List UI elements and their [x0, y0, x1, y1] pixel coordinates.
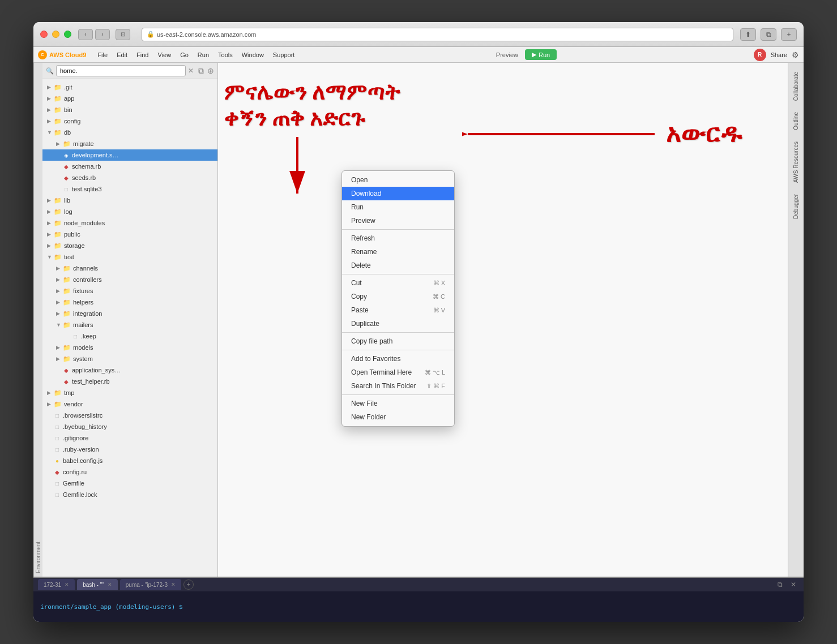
context-menu[interactable]: Open Download Run Preview Refresh Rename [341, 170, 455, 427]
ctx-rename[interactable]: Rename [342, 245, 454, 259]
item-label: Gemfile [63, 480, 84, 487]
tree-item-gemfile[interactable]: □ Gemfile [42, 478, 217, 489]
run-button[interactable]: ▶ Run [525, 49, 557, 60]
tree-item-fixtures[interactable]: ▶ 📁 fixtures [42, 285, 217, 297]
url-bar[interactable]: 🔒 us-east-2.console.aws.amazon.com [142, 28, 733, 41]
close-button[interactable] [40, 31, 48, 38]
tree-item-schema[interactable]: ◆ schema.rb [42, 161, 217, 172]
terminal-tab-bash[interactable]: bash - "" ✕ [77, 579, 118, 590]
terminal-tab-172-31[interactable]: 172-31 ✕ [38, 579, 75, 590]
ruby-file-icon: ◆ [63, 164, 70, 170]
search-input[interactable] [56, 65, 186, 76]
tree-item-vendor[interactable]: ▶ 📁 vendor [42, 398, 217, 410]
menu-edit[interactable]: Edit [112, 50, 132, 59]
menu-go[interactable]: Go [176, 50, 193, 59]
menu-support[interactable]: Support [268, 50, 300, 59]
tree-item-integration[interactable]: ▶ 📁 integration [42, 308, 217, 319]
fullscreen-button[interactable]: ⧉ [761, 28, 776, 41]
ctx-paste[interactable]: Paste ⌘ V [342, 303, 454, 317]
tree-item-keep[interactable]: □ .keep [42, 330, 217, 342]
tree-item-node-modules[interactable]: ▶ 📁 node_modules [42, 217, 217, 229]
share-icon-button[interactable]: ⬆ [740, 28, 756, 41]
minimize-button[interactable] [52, 31, 59, 38]
ctx-preview[interactable]: Preview [342, 214, 454, 227]
tree-item-channels[interactable]: ▶ 📁 channels [42, 263, 217, 274]
tree-item-controllers[interactable]: ▶ 📁 controllers [42, 274, 217, 285]
window-mode-button[interactable]: ⊡ [116, 29, 130, 40]
tree-item-test-sqlite[interactable]: □ test.sqlite3 [42, 183, 217, 195]
tab-close-icon[interactable]: ✕ [171, 582, 176, 587]
preview-button[interactable]: Preview [496, 51, 518, 58]
folder-icon: 📁 [54, 84, 62, 91]
terminal-close-icon[interactable]: ✕ [788, 579, 799, 590]
tree-item-public[interactable]: ▶ 📁 public [42, 229, 217, 240]
tree-item-application-sys[interactable]: ◆ application_sys… [42, 364, 217, 376]
tree-item-app[interactable]: ▶ 📁 app [42, 93, 217, 104]
tree-item-development-sqlite[interactable]: ◈ development.s… [42, 149, 217, 161]
terminal-expand-icon[interactable]: ⧉ [774, 579, 785, 590]
tree-item-lib[interactable]: ▶ 📁 lib [42, 195, 217, 206]
maximize-button[interactable] [64, 31, 71, 38]
tree-item-test[interactable]: ▼ 📁 test [42, 251, 217, 263]
tab-close-icon[interactable]: ✕ [65, 582, 69, 587]
menu-find[interactable]: Find [132, 50, 153, 59]
tree-item-system[interactable]: ▶ 📁 system [42, 353, 217, 364]
tree-item-gitignore[interactable]: □ .gitignore [42, 432, 217, 444]
ctx-copy-file-path-label: Copy file path [351, 337, 392, 345]
menu-tools[interactable]: Tools [213, 50, 237, 59]
tree-item-seeds[interactable]: ◆ seeds.rb [42, 172, 217, 183]
tree-item-git[interactable]: ▶ 📁 .git [42, 81, 217, 93]
tree-item-browserslistrc[interactable]: □ .browserslistrc [42, 410, 217, 421]
sidebar-tab-debugger[interactable]: Debugger [792, 190, 800, 224]
tree-item-log[interactable]: ▶ 📁 log [42, 206, 217, 217]
tree-item-test-helper[interactable]: ◆ test_helper.rb [42, 376, 217, 387]
tree-item-babel-config[interactable]: ● babel.config.js [42, 455, 217, 466]
sidebar-tab-collaborate[interactable]: Collaborate [792, 67, 800, 105]
menu-window[interactable]: Window [237, 50, 268, 59]
terminal-tabs: 172-31 ✕ bash - "" ✕ puma - "ip-172-3 ✕ … [33, 578, 804, 591]
tree-item-migrate[interactable]: ▶ 📁 migrate [42, 138, 217, 149]
new-terminal-button[interactable]: + [183, 579, 194, 590]
add-tab-icon[interactable]: ⊕ [207, 66, 214, 75]
ctx-run[interactable]: Run [342, 200, 454, 214]
sidebar-tab-aws-resources[interactable]: AWS Resources [792, 137, 800, 187]
ctx-copy-file-path[interactable]: Copy file path [342, 334, 454, 348]
terminal-tab-puma[interactable]: puma - "ip-172-3 ✕ [120, 579, 181, 590]
tree-item-storage[interactable]: ▶ 📁 storage [42, 240, 217, 251]
sidebar-tab-outline[interactable]: Outline [792, 108, 800, 135]
tab-close-icon[interactable]: ✕ [108, 582, 112, 587]
ctx-search-folder[interactable]: Search In This Folder ⇧ ⌘ F [342, 379, 454, 393]
back-button[interactable]: ‹ [78, 29, 93, 40]
ctx-duplicate[interactable]: Duplicate [342, 317, 454, 330]
clear-search-icon[interactable]: ✕ [188, 67, 194, 75]
tree-item-config-ru[interactable]: ◆ config.ru [42, 466, 217, 478]
copy-tab-icon[interactable]: ⧉ [198, 66, 204, 76]
ctx-copy[interactable]: Copy ⌘ C [342, 290, 454, 303]
share-label[interactable]: Share [771, 51, 787, 58]
ctx-open[interactable]: Open [342, 173, 454, 187]
ctx-delete[interactable]: Delete [342, 259, 454, 272]
tree-item-db[interactable]: ▼ 📁 db [42, 127, 217, 138]
ctx-refresh[interactable]: Refresh [342, 231, 454, 245]
menu-file[interactable]: File [93, 50, 112, 59]
tree-item-gemfile-lock[interactable]: □ Gemfile.lock [42, 489, 217, 500]
ctx-download[interactable]: Download [342, 187, 454, 200]
tree-item-helpers[interactable]: ▶ 📁 helpers [42, 297, 217, 308]
ctx-add-favorites[interactable]: Add to Favorites [342, 352, 454, 366]
settings-icon[interactable]: ⚙ [792, 50, 799, 59]
forward-button[interactable]: › [95, 29, 110, 40]
menu-run[interactable]: Run [193, 50, 213, 59]
tree-item-ruby-version[interactable]: □ .ruby-version [42, 444, 217, 455]
ctx-open-terminal[interactable]: Open Terminal Here ⌘ ⌥ L [342, 366, 454, 379]
tree-item-tmp[interactable]: ▶ 📁 tmp [42, 387, 217, 398]
tree-item-byebug-history[interactable]: □ .byebug_history [42, 421, 217, 432]
ctx-new-folder[interactable]: New Folder [342, 410, 454, 424]
tree-item-models[interactable]: ▶ 📁 models [42, 342, 217, 353]
ctx-cut[interactable]: Cut ⌘ X [342, 276, 454, 290]
tree-item-bin[interactable]: ▶ 📁 bin [42, 104, 217, 115]
menu-view[interactable]: View [153, 50, 176, 59]
tree-item-mailers[interactable]: ▼ 📁 mailers [42, 319, 217, 330]
new-tab-button[interactable]: + [781, 28, 797, 41]
tree-item-config[interactable]: ▶ 📁 config [42, 115, 217, 127]
ctx-new-file[interactable]: New File [342, 397, 454, 410]
